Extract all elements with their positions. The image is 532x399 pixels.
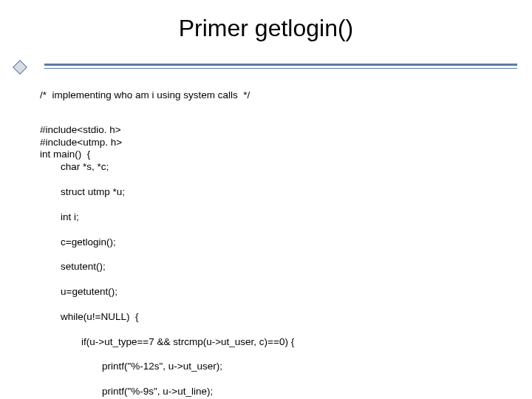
code-line: int i; [40, 211, 294, 224]
code-block: /* implementing who am i using system ca… [40, 77, 294, 399]
code-line: printf("%-9s", u->ut_line); [40, 386, 294, 398]
code-line: #include<utmp. h> [40, 137, 122, 148]
code-line: while(u!=NULL) { [40, 311, 294, 324]
code-line: printf("%-12s", u->ut_user); [40, 361, 294, 373]
code-line: struct utmp *u; [40, 186, 294, 199]
code-line: u=getutent(); [40, 286, 294, 299]
diamond-bullet-icon [13, 60, 27, 75]
code-line: char *s, *c; [40, 161, 294, 174]
code-line: if(u->ut_type==7 && strcmp(u->ut_user, c… [40, 336, 294, 349]
slide-title: Primer getlogin() [0, 15, 532, 42]
underline-thin [44, 68, 517, 69]
title-underline [15, 62, 517, 72]
code-line: c=getlogin(); [40, 236, 294, 249]
code-line: int main() { [40, 149, 90, 160]
code-line: #include<stdio. h> [40, 124, 121, 135]
code-line: /* implementing who am i using system ca… [40, 89, 250, 100]
code-line: setutent(); [40, 261, 294, 273]
underline-thick [44, 64, 517, 66]
